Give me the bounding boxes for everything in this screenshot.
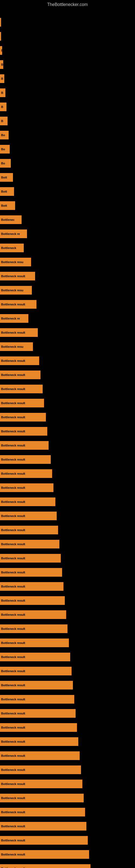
bar-label: Bott	[1, 204, 7, 207]
bar: Bottleneck result	[0, 554, 61, 563]
bar: Bottleneck result	[0, 808, 85, 816]
bar: Bottleneck	[0, 244, 24, 252]
bar: Bottleneck resu	[0, 342, 33, 351]
bar-label: Bottleneck result	[1, 585, 25, 588]
bar: Bottleneck result	[0, 681, 73, 689]
bar-row: Bottleneck result	[0, 468, 135, 479]
bar: Bottleneck result	[0, 399, 44, 407]
bar: Bottleneck result	[0, 371, 41, 379]
bar-label: Bottleneck result	[1, 599, 25, 602]
bar	[0, 18, 1, 27]
bar-row: Bottlenec	[0, 214, 135, 226]
bar-label: B	[1, 119, 3, 123]
bar-label: Bottleneck resu	[1, 345, 24, 348]
bar: Bo	[0, 159, 11, 167]
bar-row: Bo	[0, 129, 135, 141]
bar-label: Bott	[1, 190, 7, 193]
bar-label: Bottleneck result	[1, 500, 25, 503]
bar: Bottleneck result	[0, 582, 63, 591]
bar-label: Bottleneck result	[1, 825, 25, 828]
bar-label: Bottleneck result	[1, 655, 25, 659]
bar-row: Bottleneck re	[0, 312, 135, 324]
bar-label: B	[1, 105, 3, 108]
bar-row: Bottleneck result	[0, 693, 135, 705]
bar: Bottleneck result	[0, 384, 43, 393]
bar-label: Bottleneck result	[1, 415, 25, 419]
bar-row: Bottleneck result	[0, 834, 135, 846]
bar: Bottleneck result	[0, 624, 68, 633]
bar: Bo	[0, 145, 10, 154]
bar-row: Bott	[0, 172, 135, 183]
bar-row: Bottleneck result	[0, 510, 135, 522]
bar-row	[0, 16, 135, 28]
bar-label: Bottleneck result	[1, 810, 25, 814]
bar-label: Bottleneck result	[1, 726, 25, 729]
bar-label: Bottleneck result	[1, 684, 25, 687]
bar-label: Bo	[1, 133, 5, 137]
bar-label: Bottleneck	[1, 246, 16, 250]
bar: B	[0, 88, 5, 97]
bar-label: Bottleneck result	[1, 754, 25, 757]
bar-row: Bottleneck result	[0, 609, 135, 621]
bar: B	[0, 74, 4, 83]
bar-label: Bottleneck result	[1, 796, 25, 800]
bar: Bottleneck result	[0, 469, 52, 478]
bar-label: B	[1, 49, 2, 52]
bar: Bottleneck result	[0, 540, 59, 549]
bar: Bottleneck result	[0, 737, 78, 746]
bar-row: Bottleneck result	[0, 820, 135, 832]
bar-label: Bottleneck result	[1, 388, 25, 391]
bar-label: Bottleneck result	[1, 782, 25, 785]
bar-row: Bottleneck resu	[0, 256, 135, 268]
bar-label: Bo	[1, 148, 5, 151]
bar-label: Bottleneck result	[1, 740, 25, 743]
bar-label: Bottleneck resu	[1, 289, 24, 292]
bar: Bo	[0, 131, 9, 140]
bar: Bottleneck re	[0, 229, 27, 238]
bar: Bottleneck result	[0, 836, 88, 845]
bar-label: Bottleneck result	[1, 641, 25, 645]
bar-row: Bottleneck result	[0, 411, 135, 423]
bar-label: Bottleneck result	[1, 430, 25, 433]
bar: Bottleneck result	[0, 723, 77, 732]
bar-label: Bottleneck result	[1, 458, 25, 461]
bar-row: B	[0, 115, 135, 127]
bar: Bottleneck resu	[0, 258, 31, 267]
bar-label: B	[1, 77, 3, 80]
bar-label: Bottleneck result	[1, 557, 25, 560]
bar-label: Bottleneck result	[1, 867, 25, 868]
bar-label: Bottleneck result	[1, 670, 25, 673]
bar-row: B	[0, 73, 135, 85]
bar-row: Bottleneck result	[0, 538, 135, 550]
bar: Bottleneck resu	[0, 286, 32, 294]
bar-label: Bottleneck result	[1, 303, 25, 306]
bar-row: Bottleneck result	[0, 552, 135, 564]
bar-row: Bottleneck	[0, 242, 135, 254]
bar: Bottleneck result	[0, 639, 69, 647]
bar-row: Bottleneck result	[0, 679, 135, 691]
bar: Bottleneck result	[0, 667, 72, 675]
bar-label: Bott	[1, 176, 7, 179]
bar-row: Bottleneck re	[0, 228, 135, 240]
bar-row: Bottleneck result	[0, 848, 135, 860]
bar: Bottleneck result	[0, 328, 38, 337]
bar: Bottleneck result	[0, 568, 62, 577]
bar: Bottleneck result	[0, 695, 74, 704]
bar-label: Bottleneck result	[1, 839, 25, 842]
bar-row: Bottleneck result	[0, 454, 135, 465]
bar: Bottleneck result	[0, 864, 90, 868]
bar-label: Bo	[1, 162, 5, 165]
bar-row: Bottleneck result	[0, 764, 135, 776]
bar-label: Bottleneck result	[1, 373, 25, 376]
bar-label: Bottleneck result	[1, 528, 25, 532]
bar: Bottleneck result	[0, 709, 76, 718]
bar: Bottleneck result	[0, 610, 66, 619]
bar-row: Bottleneck result	[0, 383, 135, 395]
bar-row: Bo	[0, 143, 135, 155]
bar: Bottleneck result	[0, 822, 86, 831]
bar: Bott	[0, 201, 15, 210]
bar: Bottleneck result	[0, 497, 55, 506]
bar-label: Bottleneck result	[1, 542, 25, 546]
bar-row: Bottleneck result	[0, 750, 135, 762]
bar-label: Bottleneck result	[1, 359, 25, 362]
